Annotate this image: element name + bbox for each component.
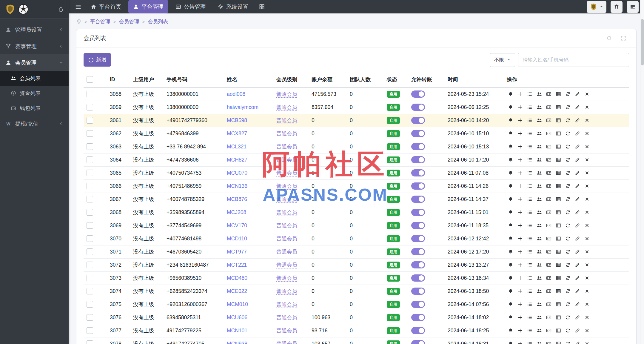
transfer-toggle[interactable] (411, 117, 425, 124)
plus-action-button[interactable] (516, 182, 524, 190)
transfer-toggle[interactable] (411, 169, 425, 176)
row-checkbox[interactable] (87, 117, 93, 124)
users-action-button[interactable] (535, 314, 543, 321)
list-action-button[interactable] (526, 274, 534, 282)
member-level-link[interactable]: 普通会员 (276, 328, 297, 334)
edit-action-button[interactable] (574, 209, 581, 216)
nav-item-platform-home[interactable]: 平台首页 (86, 0, 126, 13)
bell-action-button[interactable] (507, 274, 514, 282)
row-checkbox[interactable] (87, 196, 93, 202)
edit-action-button[interactable] (574, 90, 581, 98)
member-level-link[interactable]: 普通会员 (276, 301, 297, 308)
users-action-button[interactable] (535, 248, 543, 255)
brand-area[interactable] (0, 0, 69, 19)
close-action-button[interactable] (583, 169, 591, 176)
row-checkbox[interactable] (87, 170, 93, 176)
card-action-button[interactable] (545, 104, 553, 111)
row-checkbox[interactable] (87, 235, 93, 242)
list-action-button[interactable] (526, 301, 534, 308)
breadcrumb-item-member-management[interactable]: 会员管理 (119, 18, 139, 25)
sync-action-button[interactable] (564, 222, 572, 229)
member-level-link[interactable]: 普通会员 (276, 314, 297, 321)
plus-action-button[interactable] (516, 314, 524, 321)
table-action-button[interactable] (554, 104, 562, 111)
add-member-button[interactable]: 新增 (84, 53, 111, 67)
member-level-link[interactable]: 普通会员 (276, 144, 297, 150)
member-name-link[interactable]: MCL321 (227, 144, 246, 150)
page-scrollbar[interactable] (640, 0, 644, 344)
card-action-button[interactable] (545, 222, 553, 229)
breadcrumb-item-member-list[interactable]: 会员列表 (148, 18, 168, 25)
plus-action-button[interactable] (516, 222, 524, 229)
transfer-toggle[interactable] (411, 222, 425, 229)
list-action-button[interactable] (526, 169, 534, 176)
sync-action-button[interactable] (564, 104, 572, 111)
sync-action-button[interactable] (564, 182, 572, 190)
table-action-button[interactable] (554, 169, 562, 176)
sync-action-button[interactable] (564, 156, 572, 163)
bell-action-button[interactable] (507, 327, 514, 334)
users-action-button[interactable] (535, 288, 543, 295)
member-level-link[interactable]: 普通会员 (276, 341, 297, 344)
users-action-button[interactable] (535, 182, 543, 190)
sync-action-button[interactable] (564, 288, 572, 295)
member-level-link[interactable]: 普通会员 (276, 130, 297, 137)
close-action-button[interactable] (583, 117, 591, 124)
table-action-button[interactable] (554, 261, 562, 268)
list-action-button[interactable] (526, 288, 534, 295)
member-name-link[interactable]: MCU070 (227, 170, 247, 176)
card-action-button[interactable] (545, 156, 553, 163)
list-action-button[interactable] (526, 130, 534, 137)
edit-action-button[interactable] (574, 327, 581, 334)
plus-action-button[interactable] (516, 209, 524, 216)
sync-action-button[interactable] (564, 169, 572, 176)
bell-action-button[interactable] (507, 209, 514, 216)
transfer-toggle[interactable] (411, 274, 425, 282)
table-action-button[interactable] (554, 248, 562, 255)
bell-action-button[interactable] (507, 235, 514, 242)
plus-action-button[interactable] (516, 288, 524, 295)
list-action-button[interactable] (526, 209, 534, 216)
close-action-button[interactable] (583, 248, 591, 255)
row-checkbox[interactable] (87, 340, 93, 344)
card-action-button[interactable] (545, 117, 553, 124)
trash-button[interactable] (611, 1, 623, 13)
sync-action-button[interactable] (564, 196, 572, 203)
table-action-button[interactable] (554, 130, 562, 137)
member-name-link[interactable]: aodi008 (227, 91, 245, 97)
sync-action-button[interactable] (564, 327, 572, 334)
plus-action-button[interactable] (516, 235, 524, 242)
row-checkbox[interactable] (87, 222, 93, 229)
sidebar-item-wallet-list[interactable]: 钱包列表 (0, 101, 69, 116)
member-name-link[interactable]: MCD110 (227, 236, 247, 242)
users-action-button[interactable] (535, 209, 543, 216)
transfer-toggle[interactable] (411, 288, 425, 295)
sync-action-button[interactable] (564, 130, 572, 137)
bell-action-button[interactable] (507, 182, 514, 190)
list-action-button[interactable] (526, 340, 534, 344)
plus-action-button[interactable] (516, 90, 524, 98)
row-checkbox[interactable] (87, 262, 93, 268)
users-action-button[interactable] (535, 117, 543, 124)
table-action-button[interactable] (554, 340, 562, 344)
transfer-toggle[interactable] (411, 248, 425, 255)
member-name-link[interactable]: MCU606 (227, 314, 247, 320)
sidebar-item-event-management[interactable]: 赛事管理 (0, 38, 69, 54)
users-action-button[interactable] (535, 130, 543, 137)
users-action-button[interactable] (535, 143, 543, 150)
table-action-button[interactable] (554, 90, 562, 98)
edit-action-button[interactable] (574, 235, 581, 242)
sidebar-item-member-list[interactable]: 会员列表 (0, 71, 69, 86)
bell-action-button[interactable] (507, 156, 514, 163)
member-name-link[interactable]: MCD480 (227, 275, 247, 281)
plus-action-button[interactable] (516, 143, 524, 150)
plus-action-button[interactable] (516, 261, 524, 268)
transfer-toggle[interactable] (411, 182, 425, 190)
sync-action-button[interactable] (564, 143, 572, 150)
bell-action-button[interactable] (507, 90, 514, 98)
row-checkbox[interactable] (87, 183, 93, 189)
plus-action-button[interactable] (516, 156, 524, 163)
close-action-button[interactable] (583, 327, 591, 334)
table-action-button[interactable] (554, 301, 562, 308)
member-name-link[interactable]: MCN136 (227, 183, 247, 189)
